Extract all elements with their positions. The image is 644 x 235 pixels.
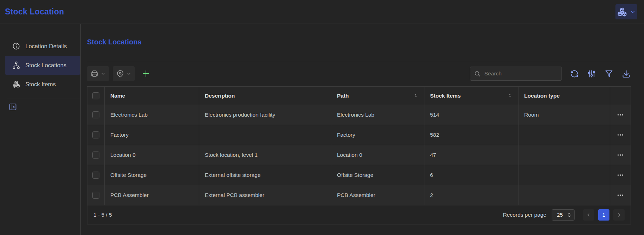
- cell-path: Factory: [331, 125, 424, 145]
- search-box: [470, 67, 562, 81]
- printer-icon: [90, 69, 99, 78]
- cell-location-type: [518, 165, 610, 185]
- info-circle-icon: [12, 42, 20, 50]
- table-row[interactable]: PCB Assembler External PCB assembler PCB…: [87, 185, 631, 205]
- packages-icon: [12, 80, 20, 88]
- column-header-description[interactable]: Description: [199, 87, 331, 105]
- sidebar-item-label: Stock Items: [25, 81, 56, 88]
- add-location-button[interactable]: [141, 69, 151, 78]
- filter-button[interactable]: [604, 69, 614, 79]
- dots-icon: [617, 131, 624, 139]
- cell-stock-items: 582: [424, 125, 518, 145]
- records-per-page-value: 25: [557, 212, 563, 218]
- top-bar: Stock Location: [0, 0, 644, 24]
- table-row[interactable]: Location 0 Stock location, level 1 Locat…: [87, 145, 631, 165]
- sort-icon: [507, 93, 513, 98]
- sidebar-collapse-button[interactable]: [8, 103, 17, 111]
- chevron-down-icon: [126, 71, 131, 76]
- chevron-down-icon: [100, 71, 106, 76]
- location-actions-button[interactable]: [113, 66, 135, 81]
- sitemap-icon: [12, 61, 20, 69]
- cell-description: Electronics production facility: [199, 105, 331, 125]
- row-checkbox[interactable]: [92, 111, 99, 118]
- row-actions-button[interactable]: [617, 191, 624, 199]
- packages-icon: [617, 7, 627, 17]
- sort-icon: [413, 93, 418, 98]
- row-actions-button[interactable]: [617, 111, 624, 119]
- column-header-actions: [610, 87, 631, 105]
- table-row[interactable]: Electronics Lab Electronics production f…: [87, 105, 631, 125]
- dots-icon: [617, 171, 624, 179]
- select-all-checkbox[interactable]: [92, 92, 99, 99]
- column-header-stock-items[interactable]: Stock Items: [424, 87, 518, 105]
- cell-location-type: [518, 145, 610, 165]
- page-title: Stock Location: [5, 7, 64, 17]
- download-button[interactable]: [621, 69, 631, 79]
- cell-path: Location 0: [331, 145, 424, 165]
- sidebar-item-location-details[interactable]: Location Details: [5, 37, 80, 56]
- filter-icon: [604, 69, 614, 79]
- row-checkbox[interactable]: [92, 172, 99, 179]
- row-actions-button[interactable]: [617, 131, 624, 139]
- map-pin-icon: [116, 69, 124, 78]
- table-header-row: Name Description Path Stock Items: [87, 87, 631, 105]
- next-page-button[interactable]: [613, 209, 625, 221]
- refresh-button[interactable]: [570, 69, 579, 79]
- stock-locations-table: Name Description Path Stock Items: [87, 86, 631, 224]
- adjustments-icon: [587, 69, 596, 79]
- column-settings-button[interactable]: [587, 69, 596, 79]
- search-input[interactable]: [484, 70, 558, 77]
- refresh-icon: [570, 69, 579, 79]
- cell-stock-items: 6: [424, 165, 518, 185]
- cell-description: External PCB assembler: [199, 185, 331, 205]
- table-row[interactable]: Factory Factory 582: [87, 125, 631, 145]
- print-actions-button[interactable]: [87, 66, 109, 81]
- column-header-location-type[interactable]: Location type: [518, 87, 610, 105]
- column-header-name[interactable]: Name: [104, 87, 199, 105]
- previous-page-button[interactable]: [583, 209, 594, 221]
- stock-nav-button[interactable]: [615, 4, 637, 19]
- row-actions-button[interactable]: [617, 151, 624, 159]
- plus-icon: [141, 69, 151, 78]
- cell-description: External offsite storage: [199, 165, 331, 185]
- cell-description: Stock location, level 1: [199, 145, 331, 165]
- cell-name: Location 0: [104, 145, 199, 165]
- row-checkbox[interactable]: [92, 131, 99, 138]
- download-icon: [621, 69, 631, 79]
- cell-path: Offsite Storage: [331, 165, 424, 185]
- sidebar-item-stock-items[interactable]: Stock Items: [5, 75, 80, 94]
- cell-name: PCB Assembler: [104, 185, 199, 205]
- table-footer: 1 - 5 / 5 Records per page 25: [87, 205, 631, 224]
- panel-divider: [87, 61, 631, 61]
- sidebar-divider: [7, 99, 80, 99]
- row-checkbox[interactable]: [92, 192, 99, 199]
- sidebar-item-stock-locations[interactable]: Stock Locations: [5, 56, 80, 75]
- cell-location-type: [518, 185, 610, 205]
- chevron-down-icon: [630, 9, 636, 15]
- dots-icon: [617, 111, 624, 119]
- cell-name: Offsite Storage: [104, 165, 199, 185]
- cell-location-type: Room: [518, 105, 610, 125]
- search-icon: [474, 70, 481, 78]
- toolbar-right: [470, 67, 631, 81]
- cell-description: [199, 125, 331, 145]
- table-row[interactable]: Offsite Storage External offsite storage…: [87, 165, 631, 185]
- column-header-path[interactable]: Path: [331, 87, 424, 105]
- app-root: Stock Location L: [0, 0, 644, 235]
- cell-path: PCB Assembler: [331, 185, 424, 205]
- row-checkbox[interactable]: [92, 151, 99, 159]
- records-per-page-select[interactable]: 25: [552, 209, 575, 221]
- row-actions-button[interactable]: [617, 171, 624, 179]
- select-all-cell: [87, 87, 104, 105]
- chevron-right-icon: [616, 212, 622, 218]
- sidebar-collapse-icon: [8, 103, 17, 111]
- page-1-button[interactable]: 1: [598, 209, 609, 221]
- content-area: Location Details Stock Locations: [0, 24, 644, 235]
- table-toolbar: [87, 66, 631, 81]
- cell-name: Factory: [104, 125, 199, 145]
- sidebar: Location Details Stock Locations: [0, 24, 81, 235]
- dots-icon: [617, 151, 624, 159]
- select-chevrons-icon: [567, 212, 572, 218]
- chevron-left-icon: [586, 212, 591, 218]
- main-panel: Stock Locations: [81, 24, 644, 235]
